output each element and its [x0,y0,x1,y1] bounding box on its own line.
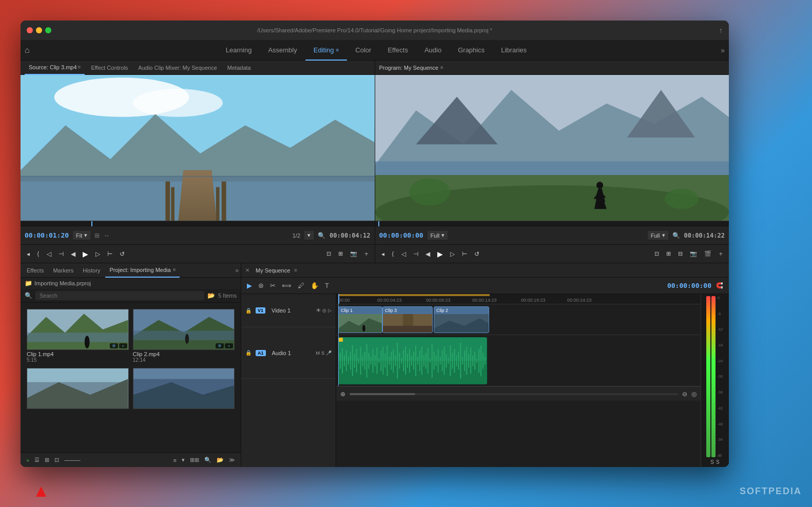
meter-s-btn-2[interactable]: S [716,459,720,465]
text-tool[interactable]: T [323,281,331,290]
tab-audio-clip-mixer[interactable]: Audio Clip Mixer: My Sequence [134,61,221,75]
ripple-tool[interactable]: ⊛ [257,281,265,290]
program-btn-1[interactable]: ⊡ [652,249,661,258]
menu-item-learning[interactable]: Learning [218,40,260,61]
free-view-btn[interactable]: ⊡ [53,457,61,463]
clip-clip3[interactable]: Clip 3 [382,306,433,333]
timeline-ruler[interactable]: 00:00 00:00:04:23 00:00:09:23 00:00:14:2… [336,294,701,304]
menu-item-color[interactable]: Color [347,40,379,61]
home-icon[interactable]: ⌂ [25,46,30,55]
minimize-button[interactable] [36,27,42,33]
timeline-zoom-track[interactable] [350,393,678,395]
list-item[interactable]: ⊞ + Clip 2.mp4 12:14 [131,307,237,366]
tab-history[interactable]: History [79,263,104,278]
timeline-close-icon[interactable]: ✕ [245,267,249,273]
source-fraction-dropdown[interactable]: ▾ [304,231,314,240]
source-scrubber-ruler[interactable] [21,221,375,226]
skip-end-btn[interactable]: ⊢ [105,249,114,259]
new-bin-btn[interactable]: 📂 [215,457,225,463]
zoom-slider[interactable]: ──── [63,457,82,463]
list-view-btn[interactable]: ☰ [33,457,41,463]
menu-item-editing[interactable]: Editing ≡ [305,40,347,61]
v1-arrow-icon[interactable]: ▷ [328,308,332,313]
menu-overflow-icon[interactable]: » [721,46,725,54]
close-button[interactable] [27,27,33,33]
sort-dropdown[interactable]: ▾ [180,457,186,463]
timeline-center-on-playhead[interactable]: ◎ [691,391,697,398]
rev-play-btn[interactable]: ◀ [69,249,78,259]
skip-start-btn[interactable]: ⊣ [56,249,66,259]
automate-btn[interactable]: ≫ [227,457,237,463]
program-fit-dropdown[interactable]: Full ▾ [428,231,448,240]
tab-effect-controls[interactable]: Effect Controls [87,61,132,75]
program-btn-2[interactable]: ⊞ [664,249,673,258]
v1-eye-icon[interactable]: 👁 [316,308,321,313]
audio-clip[interactable] [338,337,487,384]
grid-view-btn[interactable]: ⊞ [43,457,51,463]
share-icon[interactable]: ↑ [719,26,723,34]
project-search-input[interactable] [35,291,204,300]
menu-item-libraries[interactable]: Libraries [493,40,535,61]
slip-tool[interactable]: ⟺ [280,281,293,290]
menu-item-graphics[interactable]: Graphics [450,40,493,61]
overwrite-btn[interactable]: ⊞ [336,249,345,258]
tab-project[interactable]: Project: Importing Media ≡ [105,263,180,278]
menu-item-assembly[interactable]: Assembly [260,40,305,61]
program-btn-5[interactable]: 🎬 [702,249,713,258]
program-play-btn[interactable]: ▶ [435,249,445,259]
program-prev-frame-btn[interactable]: ◁ [399,249,408,259]
loop-btn[interactable]: ↺ [118,249,127,259]
new-item-icon[interactable]: + [25,457,31,463]
list-item[interactable]: ⊞ + Clip 1.mp4 5:15 [25,307,131,366]
insert-btn[interactable]: ⊡ [324,249,333,258]
program-add-btn[interactable]: + [717,249,725,259]
a1-lock-icon[interactable]: 🔒 [245,350,252,356]
in-point-btn[interactable]: ◂ [25,249,32,259]
a1-mic-icon[interactable]: 🎤 [326,350,332,356]
program-scrubber-ruler[interactable] [375,221,729,226]
export-frame-btn[interactable]: 📷 [348,249,359,258]
prev-frame-btn[interactable]: ◁ [45,249,53,259]
new-bin-icon[interactable]: 📂 [207,292,215,299]
icon-size-btn[interactable]: ⊞⊞ [188,457,201,463]
tab-metadata[interactable]: Metadata [223,61,255,75]
project-overflow-icon[interactable]: » [235,267,239,274]
clip-clip1[interactable]: Clip 1 [338,306,382,333]
next-frame-btn[interactable]: ▷ [93,249,102,259]
step-back-btn[interactable]: ⟨ [35,249,42,259]
add-btn[interactable]: + [362,249,371,259]
tab-markers[interactable]: Markers [49,263,78,278]
program-btn-4[interactable]: 📷 [688,249,699,258]
program-quality-dropdown[interactable]: Full ▾ [648,231,668,240]
program-step-back-btn[interactable]: ⟨ [390,249,396,259]
sort-btn[interactable]: ≡ [172,457,178,463]
v1-sync-icon[interactable]: ◎ [322,308,326,313]
clip-clip2[interactable]: Clip 2 [434,306,489,333]
timeline-zoom-out[interactable]: ⊖ [682,391,687,398]
a1-mute-btn[interactable]: M [316,350,320,356]
program-rev-play-btn[interactable]: ◀ [423,249,432,259]
pen-tool[interactable]: 🖊 [296,281,306,290]
source-play-btn[interactable]: ▶ [81,249,90,259]
program-next-frame-btn[interactable]: ▷ [448,249,457,259]
menu-item-audio[interactable]: Audio [416,40,450,61]
tab-effects[interactable]: Effects [23,263,48,278]
list-item[interactable] [131,366,237,413]
program-in-point-btn[interactable]: ◂ [379,249,386,259]
timeline-zoom-in[interactable]: ⊕ [340,391,345,398]
snap-icon[interactable]: 🧲 [714,281,725,290]
search-btn[interactable]: 🔍 [203,457,213,463]
program-skip-end-btn[interactable]: ⊢ [460,249,469,259]
program-loop-btn[interactable]: ↺ [472,249,481,259]
source-fit-dropdown[interactable]: Fit ▾ [73,231,90,240]
v1-lock-icon[interactable]: 🔒 [245,308,252,314]
razor-tool[interactable]: ✂ [268,281,277,290]
a1-solo-btn[interactable]: S [321,350,324,356]
program-skip-start-btn[interactable]: ⊣ [411,249,420,259]
maximize-button[interactable] [45,27,51,33]
list-item[interactable] [25,366,131,413]
menu-item-effects[interactable]: Effects [379,40,416,61]
hand-tool[interactable]: ✋ [309,281,320,290]
playhead[interactable] [338,294,339,304]
selection-tool[interactable]: ▶ [245,281,254,290]
